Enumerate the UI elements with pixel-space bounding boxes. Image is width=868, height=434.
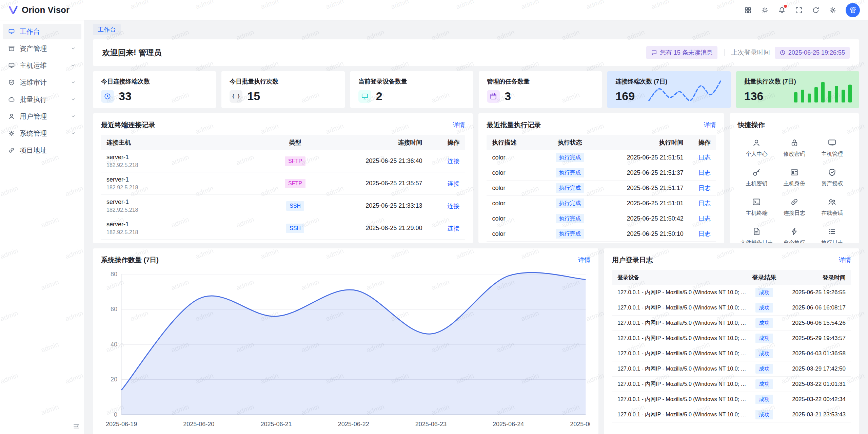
log-link[interactable]: 日志	[698, 200, 711, 207]
protocol-tag: SSH	[286, 224, 304, 233]
action-cell: 日志	[684, 230, 711, 238]
connect-time: 2025-06-25 21:35:57	[320, 180, 422, 187]
stat-card: 管理的任务数量3	[479, 71, 602, 108]
stat-label: 今日连接终端次数	[101, 77, 208, 86]
terminal-table-body: server-1182.92.5.218SFTP2025-06-25 21:36…	[101, 150, 465, 240]
braces-icon: { }	[230, 90, 242, 103]
app-logo[interactable]: Orion Visor	[8, 5, 70, 15]
svg-text:40: 40	[111, 341, 117, 348]
login-device: 127.0.0.1 - 内网IP - Mozilla/5.0 (Windows …	[617, 411, 749, 418]
refresh-button[interactable]	[808, 3, 823, 18]
sidebar-item[interactable]: 资产管理	[3, 41, 81, 56]
breadcrumb-item-workbench[interactable]: 工作台	[93, 24, 121, 35]
quick-action-item[interactable]: 主机密钥	[738, 168, 775, 187]
quick-action-item[interactable]: 主机终端	[738, 197, 775, 217]
batch-detail-link[interactable]: 详情	[704, 121, 716, 129]
exec-status-tag: 执行完成	[556, 168, 584, 177]
stat-card: 批量执行次数 (7日)136	[736, 71, 859, 108]
connect-link[interactable]: 连接	[447, 180, 459, 187]
result-cell: 成功	[749, 288, 780, 297]
login-log-row: 127.0.0.1 - 内网IP - Mozilla/5.0 (Windows …	[612, 377, 851, 392]
sidebar-item[interactable]: 系统管理	[3, 126, 81, 141]
quick-action-item[interactable]: 在线会话	[813, 197, 851, 217]
sidebar-item-label: 用户管理	[20, 112, 66, 121]
sidebar-item[interactable]: 工作台	[3, 24, 81, 39]
batch-table-head: 执行描述执行状态执行时间操作	[487, 135, 716, 150]
quick-action-item[interactable]: 个人中心	[738, 138, 775, 158]
connect-link[interactable]: 连接	[447, 158, 459, 165]
column-header: 操作	[684, 138, 711, 147]
sidebar-item[interactable]: 项目地址	[3, 143, 81, 158]
batch-panel-title: 最近批量执行记录	[487, 120, 541, 130]
sun-button[interactable]	[757, 3, 772, 18]
exec-description: color	[492, 169, 541, 176]
quick-action-item[interactable]: 连接日志	[775, 197, 813, 217]
chart-detail-link[interactable]: 详情	[578, 256, 590, 264]
link-icon	[790, 197, 799, 206]
unread-messages-text: 您有 15 条未读消息	[660, 49, 713, 57]
stat-value-row: { }15	[230, 90, 336, 103]
stat-value: 2	[376, 90, 382, 103]
connect-link[interactable]: 连接	[447, 225, 459, 232]
type-cell: SSH	[270, 224, 320, 233]
unread-messages-chip[interactable]: 您有 15 条未读消息	[646, 46, 717, 59]
log-link[interactable]: 日志	[698, 185, 711, 191]
sidebar-item[interactable]: 批量执行	[3, 92, 81, 107]
quick-action-label: 主机身份	[784, 180, 805, 187]
column-header: 执行状态	[541, 138, 599, 147]
quick-action-label: 主机终端	[746, 210, 767, 217]
stat-value: 3	[505, 90, 511, 103]
sidebar-item[interactable]: 用户管理	[3, 109, 81, 124]
fullscreen-button[interactable]	[791, 3, 806, 18]
stat-label: 今日批量执行次数	[230, 77, 336, 86]
login-device: 127.0.0.1 - 内网IP - Mozilla/5.0 (Windows …	[617, 320, 749, 327]
bell-button[interactable]	[774, 3, 789, 18]
action-cell: 日志	[684, 169, 711, 177]
quick-action-item[interactable]: 资产授权	[813, 168, 851, 187]
quick-action-item[interactable]: 命令执行	[775, 227, 813, 243]
sidebar-item[interactable]: 主机运维	[3, 58, 81, 73]
result-cell: 成功	[749, 379, 780, 389]
batch-record-row: color执行完成2025-06-25 21:50:10日志	[487, 226, 716, 242]
quick-action-label: 资产授权	[821, 180, 843, 187]
sidebar-item[interactable]: 运维审计	[3, 75, 81, 90]
log-link[interactable]: 日志	[698, 154, 711, 161]
login-detail-link[interactable]: 详情	[839, 256, 851, 264]
login-time: 2025-04-03 01:36:58	[780, 350, 846, 357]
connect-link[interactable]: 连接	[447, 203, 459, 209]
list-icon	[828, 227, 836, 236]
log-link[interactable]: 日志	[698, 230, 711, 237]
quick-action-item[interactable]: 文件操作日志	[738, 227, 775, 243]
login-time: 2025-03-29 17:42:50	[780, 365, 846, 372]
user-avatar[interactable]: 管	[846, 3, 860, 17]
collapse-sidebar-button[interactable]	[73, 422, 80, 430]
user-icon	[8, 113, 15, 120]
quick-action-item[interactable]: 主机管理	[813, 138, 851, 158]
gear-button[interactable]	[825, 3, 840, 18]
chart-panel-title: 系统操作数量 (7日)	[101, 256, 159, 265]
chevron-down-icon	[71, 97, 76, 102]
quick-action-item[interactable]: 修改密码	[775, 138, 813, 158]
apps-button[interactable]	[741, 3, 755, 18]
quick-action-item[interactable]: 执行日志	[813, 227, 851, 243]
login-result-tag: 成功	[755, 364, 773, 374]
result-cell: 成功	[749, 364, 780, 374]
host-ip: 182.92.5.218	[106, 185, 270, 191]
terminal-detail-link[interactable]: 详情	[453, 121, 465, 129]
stat-card: 今日批量执行次数{ }15	[221, 71, 344, 108]
terminal-table-head: 连接主机类型连接时间操作	[101, 135, 465, 150]
log-link[interactable]: 日志	[698, 169, 711, 176]
batch-panel-head: 最近批量执行记录 详情	[487, 120, 716, 130]
login-log-row: 127.0.0.1 - 内网IP - Mozilla/5.0 (Windows …	[612, 346, 851, 361]
batch-records-panel: 最近批量执行记录 详情 执行描述执行状态执行时间操作 color执行完成2025…	[478, 113, 724, 243]
action-cell: 日志	[684, 199, 711, 207]
welcome-title: 欢迎回来! 管理员	[102, 48, 162, 58]
executions-sparkline	[794, 81, 852, 102]
column-header: 执行时间	[599, 138, 684, 147]
log-link[interactable]: 日志	[698, 215, 711, 222]
quick-action-item[interactable]: 主机身份	[775, 168, 813, 187]
column-header: 类型	[270, 138, 320, 147]
host-cell: server-1182.92.5.218	[106, 221, 270, 235]
login-time: 2025-06-06 16:08:17	[780, 304, 846, 311]
column-header: 登录设备	[617, 274, 749, 281]
